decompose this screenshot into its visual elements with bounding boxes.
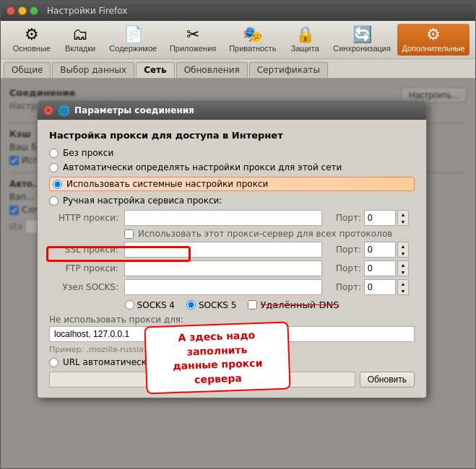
http-port-spinner: ▲ ▼	[397, 210, 409, 226]
url-proxy-option: URL автоматической настройки сервиса про…	[49, 357, 415, 367]
remote-dns-checkbox[interactable]	[248, 300, 257, 310]
socks5-radio[interactable]	[186, 300, 196, 310]
ssl-port-wrap: ▲ ▼	[364, 242, 415, 258]
ssl-port-input[interactable]	[364, 242, 396, 258]
socks-proxy-row: Узел SOCKS: Порт: ▲ ▼	[49, 279, 415, 295]
window-controls	[7, 6, 38, 15]
privacy-icon: 🎭	[243, 27, 262, 43]
sync-icon: 🔄	[352, 27, 372, 43]
tab-data[interactable]: Выбор данных	[52, 62, 134, 78]
url-proxy-input[interactable]	[49, 372, 355, 387]
system-proxy-radio[interactable]	[53, 180, 62, 189]
ftp-port-input[interactable]	[364, 260, 396, 276]
tab-general[interactable]: Общие	[4, 62, 51, 78]
toolbar-btn-privacy[interactable]: 🎭 Приватность	[223, 24, 282, 56]
no-proxy-option: Без прокси	[49, 148, 415, 158]
ssl-port-label: Порт:	[325, 245, 361, 255]
socks-port-wrap: ▲ ▼	[364, 279, 415, 295]
connection-settings-modal: ✕ 🌐 Параметры соединения Настройка прокс…	[37, 100, 427, 398]
modal-title: Параметры соединения	[74, 105, 194, 115]
toolbar-btn-security[interactable]: 🔒 Защита	[283, 24, 326, 56]
manual-proxy-label: Ручная настройка сервиса прокси:	[63, 196, 222, 206]
title-bar: Настройки Firefox	[1, 1, 475, 21]
use-for-all-checkbox[interactable]	[124, 229, 134, 239]
http-port-down[interactable]: ▼	[398, 218, 408, 225]
ftp-proxy-label: FTP прокси:	[49, 263, 121, 273]
system-proxy-label: Использовать системные настройки прокси	[66, 179, 268, 189]
socks-port-spinner: ▲ ▼	[397, 279, 409, 295]
toolbar-btn-advanced[interactable]: ⚙ Дополнительные	[397, 24, 469, 56]
ftp-port-up[interactable]: ▲	[398, 261, 408, 268]
socks-options-row: SOCKS 4 SOCKS 5 Удалённый DNS	[49, 299, 415, 310]
http-port-wrap: ▲ ▼	[364, 210, 415, 226]
toolbar-btn-sync[interactable]: 🔄 Синхронизация	[328, 24, 396, 56]
http-port-label: Порт:	[325, 213, 361, 223]
http-proxy-row: HTTP прокси: Порт: ▲ ▼	[49, 210, 415, 226]
advanced-icon: ⚙	[426, 27, 441, 43]
socks4-option: SOCKS 4	[125, 300, 175, 310]
manual-proxy-option: Ручная настройка сервиса прокси:	[49, 196, 415, 206]
remote-dns-label: Удалённый DNS	[260, 299, 339, 310]
manual-proxy-radio[interactable]	[49, 196, 59, 206]
ftp-port-wrap: ▲ ▼	[364, 260, 415, 276]
socks-proxy-input[interactable]	[124, 279, 322, 295]
tab-network[interactable]: Сеть	[136, 62, 175, 78]
no-proxy-label: Без прокси	[63, 148, 113, 158]
http-proxy-label: HTTP прокси:	[49, 213, 121, 223]
socks-port-down[interactable]: ▼	[398, 287, 408, 294]
ftp-port-label: Порт:	[325, 263, 361, 273]
window-title: Настройки Firefox	[47, 6, 127, 16]
security-label: Защита	[291, 44, 319, 53]
toolbar-btn-basic[interactable]: ⚙ Основные	[7, 24, 57, 56]
content-area: Соединение Настройка параметров соединен…	[1, 79, 475, 468]
reload-button[interactable]: Обновить	[360, 372, 415, 387]
modal-close-button[interactable]: ✕	[43, 105, 53, 115]
socks-port-up[interactable]: ▲	[398, 280, 408, 287]
content-label: Содержимое	[109, 44, 157, 53]
ftp-port-down[interactable]: ▼	[398, 268, 408, 276]
socks-port-input[interactable]	[364, 279, 396, 295]
toolbar-btn-content[interactable]: 📄 Содержимое	[104, 24, 163, 56]
http-proxy-input[interactable]	[124, 210, 322, 226]
tab-certs[interactable]: Сертификаты	[249, 62, 328, 78]
ssl-port-up[interactable]: ▲	[398, 242, 408, 250]
apps-label: Приложения	[170, 44, 216, 53]
firefox-window: Настройки Firefox ⚙ Основные 🗂 Вкладки 📄…	[0, 0, 476, 469]
socks5-label: SOCKS 5	[199, 300, 236, 310]
no-proxy-input[interactable]	[49, 326, 415, 342]
modal-titlebar: ✕ 🌐 Параметры соединения	[38, 101, 426, 120]
auto-detect-radio[interactable]	[49, 163, 59, 172]
url-proxy-radio[interactable]	[49, 358, 59, 367]
toolbar-btn-tabs[interactable]: 🗂 Вкладки	[59, 24, 103, 56]
system-proxy-option: Использовать системные настройки прокси	[49, 177, 415, 191]
ssl-port-down[interactable]: ▼	[398, 250, 408, 257]
modal-icon: 🌐	[58, 105, 70, 116]
minimize-button[interactable]	[18, 6, 27, 15]
tabs-icon: 🗂	[72, 27, 88, 43]
ftp-proxy-input[interactable]	[124, 260, 322, 276]
content-icon: 📄	[124, 27, 143, 43]
http-port-input[interactable]	[364, 210, 396, 226]
remote-dns-area: Удалённый DNS	[248, 299, 339, 310]
tab-updates[interactable]: Обновления	[176, 62, 248, 78]
maximize-button[interactable]	[30, 6, 38, 15]
privacy-label: Приватность	[229, 44, 276, 53]
security-icon: 🔒	[295, 27, 315, 43]
socks-proxy-label: Узел SOCKS:	[49, 282, 121, 292]
ftp-port-spinner: ▲ ▼	[397, 260, 409, 276]
advanced-label: Дополнительные	[402, 44, 464, 53]
ftp-proxy-row: FTP прокси: Порт: ▲ ▼	[49, 260, 415, 276]
basic-label: Основные	[13, 44, 51, 53]
proxy-section-title: Настройка прокси для доступа в Интернет	[49, 130, 415, 141]
basic-icon: ⚙	[25, 27, 39, 43]
toolbar-btn-apps[interactable]: ✂ Приложения	[164, 24, 222, 56]
ssl-proxy-input[interactable]	[124, 242, 322, 258]
use-for-all-label: Использовать этот прокси-сервер для всех…	[138, 229, 392, 239]
modal-body: Настройка прокси для доступа в Интернет …	[38, 120, 426, 398]
no-proxy-radio[interactable]	[49, 149, 59, 158]
http-port-up[interactable]: ▲	[398, 211, 408, 218]
no-proxy-for-label: Не использовать прокси для:	[49, 315, 415, 325]
close-button[interactable]	[7, 6, 15, 15]
ssl-port-spinner: ▲ ▼	[397, 242, 409, 258]
socks4-radio[interactable]	[125, 300, 134, 310]
